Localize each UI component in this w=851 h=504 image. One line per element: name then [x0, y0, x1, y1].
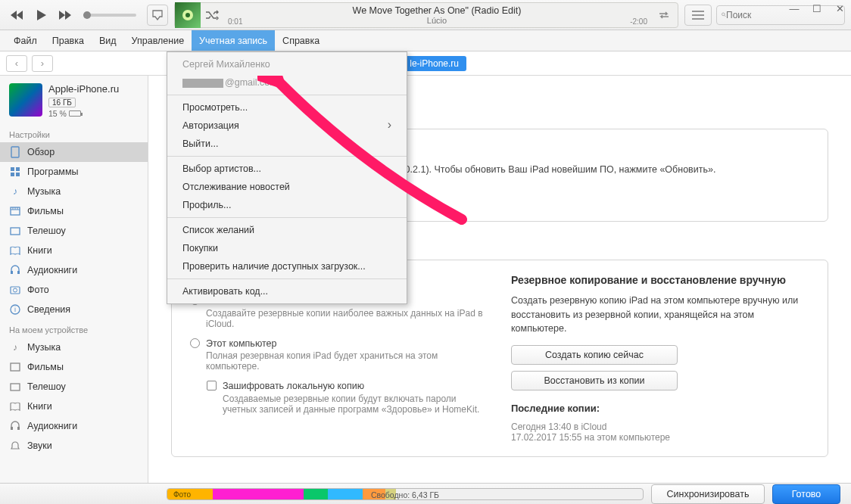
done-button[interactable]: Готово — [772, 484, 840, 504]
sidebar-summary[interactable]: Обзор — [0, 142, 148, 162]
last-backup-heading: Последние копии: — [511, 403, 809, 414]
sidebar-dev-tones[interactable]: Звуки — [0, 436, 148, 456]
sidebar-section-settings: Настройки — [0, 124, 148, 142]
svg-rect-18 — [11, 384, 20, 390]
opt-encrypt-desc: Создаваемые резервные копии будут включа… — [223, 394, 488, 415]
sidebar-music[interactable]: ♪Музыка — [0, 182, 148, 201]
player-bar: We Move Together As One" (Radio Edit) Lú… — [0, 0, 851, 30]
dd-user-email: @gmail.com — [167, 73, 407, 92]
queue-button[interactable] — [684, 5, 712, 26]
dd-profile[interactable]: Профиль... — [167, 196, 407, 214]
nav-back-button[interactable]: ‹ — [6, 55, 27, 72]
storage-free-label: Свободно: 6,43 ГБ — [371, 489, 439, 500]
dd-news-tracking[interactable]: Отслеживание новостей — [167, 178, 407, 196]
svg-rect-5 — [11, 167, 14, 171]
sidebar-dev-music[interactable]: ♪Музыка — [0, 338, 148, 357]
menu-file[interactable]: Файл — [6, 30, 45, 51]
svg-rect-4 — [11, 147, 19, 157]
sidebar-tvshows[interactable]: Телешоу — [0, 221, 148, 241]
dd-signout[interactable]: Выйти... — [167, 135, 407, 153]
device-toolbar: ‹ › le-iPhone.ru — [0, 51, 851, 76]
device-name: Apple-iPhone.ru — [48, 83, 119, 95]
dd-redeem[interactable]: Активировать код... — [167, 282, 407, 300]
album-art-icon — [175, 2, 201, 28]
svg-rect-12 — [17, 271, 20, 274]
dd-user-name: Сергей Михайленко — [167, 55, 407, 73]
last-backup-line2: 17.02.2017 15:55 на этом компьютере — [511, 432, 809, 443]
airplay-button[interactable] — [147, 5, 168, 26]
sidebar-apps[interactable]: Программы — [0, 162, 148, 182]
backup-now-button[interactable]: Создать копию сейчас — [511, 345, 678, 365]
sidebar-audiobooks[interactable]: Аудиокниги — [0, 260, 148, 280]
opt-pc-desc: Полная резервная копия iPad будет хранит… — [206, 350, 488, 372]
sidebar-dev-tvshows[interactable]: Телешоу — [0, 377, 148, 397]
menu-edit[interactable]: Правка — [45, 30, 92, 51]
opt-encrypt-label: Зашифровать локальную копию — [223, 379, 488, 394]
svg-text:i: i — [14, 306, 16, 313]
dd-view[interactable]: Просмотреть... — [167, 98, 407, 117]
svg-rect-6 — [16, 167, 20, 171]
storage-photo-label: Фото — [173, 489, 191, 500]
menu-help[interactable]: Справка — [275, 30, 327, 51]
dd-check-downloads[interactable]: Проверить наличие доступных загрузок... — [167, 257, 407, 275]
sidebar-dev-movies[interactable]: Фильмы — [0, 357, 148, 377]
svg-rect-17 — [11, 363, 20, 371]
opt-icloud-desc: Создавайте резервные копии наиболее важн… — [206, 308, 488, 329]
prev-track-button[interactable] — [6, 5, 27, 26]
svg-point-1 — [185, 13, 190, 17]
device-capacity: 16 ГБ — [48, 98, 76, 107]
sync-button[interactable]: Синхронизировать — [651, 484, 765, 504]
device-thumbnail — [9, 83, 42, 117]
now-playing-display: We Move Together As One" (Radio Edit) Lú… — [174, 2, 678, 28]
track-title: We Move Together As One" (Radio Edit) — [223, 5, 650, 16]
dd-wishlist[interactable]: Список желаний — [167, 221, 407, 239]
sidebar: Apple-iPhone.ru 16 ГБ 15 % Настройки Обз… — [0, 76, 148, 483]
svg-rect-11 — [11, 271, 13, 274]
elapsed-time: 0:01 — [228, 17, 242, 26]
maximize-button[interactable]: ☐ — [806, 0, 828, 17]
repeat-button[interactable] — [650, 10, 678, 20]
svg-rect-7 — [11, 173, 14, 176]
next-track-button[interactable] — [55, 5, 76, 26]
close-button[interactable]: ✕ — [828, 0, 851, 17]
dd-choose-artists[interactable]: Выбор артистов... — [167, 160, 407, 178]
svg-rect-13 — [11, 287, 20, 294]
menu-bar: Файл Правка Вид Управление Учетная запис… — [0, 30, 851, 51]
shuffle-button[interactable] — [201, 10, 223, 20]
last-backup-line1: Сегодня 13:40 в iCloud — [511, 422, 809, 432]
sidebar-movies[interactable]: Фильмы — [0, 201, 148, 221]
dd-purchases[interactable]: Покупки — [167, 239, 407, 257]
sidebar-dev-books[interactable]: Книги — [0, 397, 148, 416]
check-encrypt[interactable] — [207, 381, 217, 390]
sidebar-photos[interactable]: Фото — [0, 280, 148, 300]
opt-pc-label: Этот компьютер — [206, 337, 488, 351]
sidebar-books[interactable]: Книги — [0, 241, 148, 260]
manual-backup-desc: Создать резервную копию iPad на этом ком… — [511, 294, 809, 336]
manual-backup-heading: Резервное копирование и восстановление в… — [511, 274, 809, 286]
restore-backup-button[interactable]: Восстановить из копии — [511, 371, 678, 390]
svg-rect-8 — [16, 173, 20, 176]
account-dropdown: Сергей Михайленко @gmail.com Просмотреть… — [167, 51, 407, 304]
menu-account[interactable]: Учетная запись — [192, 30, 275, 51]
nav-fwd-button[interactable]: › — [32, 55, 53, 72]
volume-slider[interactable] — [83, 14, 136, 17]
radio-pc[interactable] — [190, 338, 200, 348]
svg-rect-10 — [11, 228, 20, 235]
menu-view[interactable]: Вид — [92, 30, 124, 51]
sidebar-section-ondevice: На моем устройстве — [0, 319, 148, 338]
svg-point-14 — [14, 288, 17, 292]
track-artist: Lúcio — [223, 16, 650, 25]
storage-bar[interactable]: Фото Свободно: 6,43 ГБ — [167, 488, 644, 500]
svg-rect-19 — [11, 427, 13, 430]
svg-rect-20 — [17, 427, 20, 430]
play-button[interactable] — [30, 5, 51, 26]
battery-icon — [69, 110, 81, 117]
remaining-time: -2:00 — [630, 17, 647, 26]
battery-percent: 15 % — [48, 109, 67, 118]
svg-point-2 — [722, 13, 725, 16]
minimize-button[interactable]: — — [783, 0, 806, 17]
sidebar-dev-audiobooks[interactable]: Аудиокниги — [0, 416, 148, 436]
menu-controls[interactable]: Управление — [124, 30, 192, 51]
sidebar-info[interactable]: iСведения — [0, 300, 148, 319]
dd-authorization[interactable]: Авторизация — [167, 117, 407, 135]
